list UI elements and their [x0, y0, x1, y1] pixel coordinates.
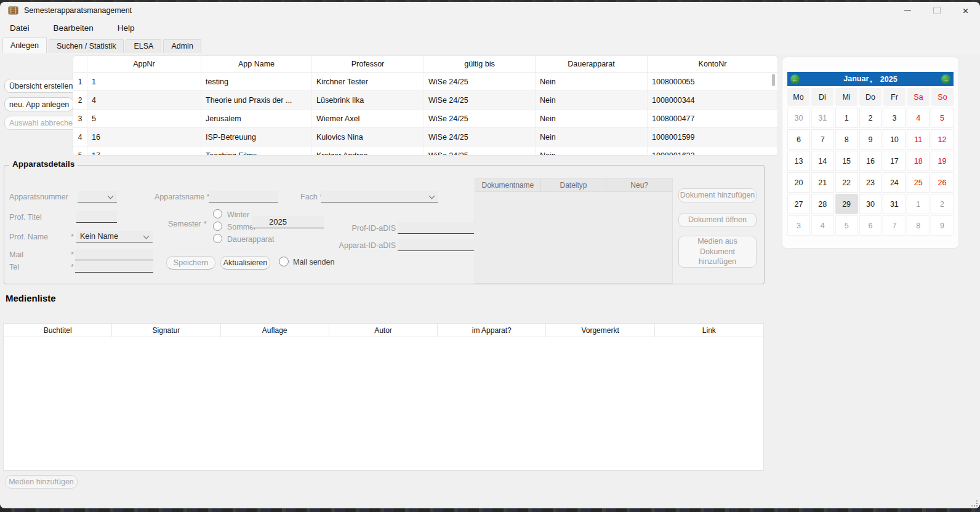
calendar-day[interactable]: 26	[931, 172, 954, 193]
column-header-gültig-bis[interactable]: gültig bis	[424, 56, 535, 72]
calendar-day[interactable]: 18	[907, 151, 930, 171]
tab-admin[interactable]: Admin	[163, 39, 201, 53]
calendar-title[interactable]: Januar 2025	[843, 74, 897, 84]
calendar-month[interactable]: Januar	[843, 74, 872, 84]
aktualisieren-button[interactable]: Aktualisieren	[220, 256, 270, 270]
table-row[interactable]: 517Teaching FilmsKratzer AndreaWiSe 24/2…	[73, 146, 777, 156]
calendar-day[interactable]: 7	[883, 215, 906, 236]
calendar-day[interactable]: 13	[787, 151, 810, 171]
table-row[interactable]: 35JerusalemWiemer AxelWiSe 24/25Nein1008…	[73, 110, 777, 128]
scrollbar-thumb[interactable]	[772, 74, 775, 86]
speichern-button[interactable]: Speichern	[166, 256, 215, 270]
calendar-day[interactable]: 28	[811, 194, 834, 214]
medien-hinzufuegen-button[interactable]: Medien hinzufügen	[5, 475, 78, 489]
calendar-day[interactable]: 2	[931, 194, 954, 214]
year-input[interactable]: 2025	[252, 216, 324, 228]
menu-item-datei[interactable]: Datei	[5, 21, 34, 35]
tab-suchen-statistik[interactable]: Suchen / Statistik	[49, 39, 124, 53]
tab-elsa[interactable]: ELSA	[126, 39, 161, 53]
mail-senden-radio[interactable]	[279, 257, 289, 266]
tab-anlegen[interactable]: Anlegen	[2, 38, 47, 53]
media-column-signatur[interactable]: Signatur	[112, 324, 220, 337]
calendar-day[interactable]: 29	[835, 194, 858, 214]
calendar-day[interactable]: 11	[907, 129, 930, 150]
calendar-day[interactable]: 17	[883, 151, 906, 171]
calendar-day[interactable]: 12	[931, 129, 954, 150]
calendar-day[interactable]: 8	[907, 215, 930, 236]
column-header-kontonr[interactable]: KontoNr	[647, 56, 777, 72]
calendar-day[interactable]: 27	[787, 194, 810, 214]
tel-input[interactable]	[75, 261, 153, 273]
calendar-day[interactable]: 3	[883, 108, 906, 128]
calendar-day[interactable]: 19	[931, 151, 954, 171]
fach-dropdown[interactable]	[321, 191, 438, 202]
calendar-day[interactable]: 10	[883, 129, 906, 150]
calendar-day[interactable]: 6	[859, 215, 882, 236]
calendar-day[interactable]: 30	[859, 194, 882, 214]
calendar-day[interactable]: 20	[787, 172, 810, 193]
calendar-next-icon[interactable]	[941, 74, 950, 84]
neu-app-anlegen-button[interactable]: neu. App anlegen	[4, 97, 74, 111]
apparat-id-adis-input[interactable]	[398, 239, 474, 251]
app-icon[interactable]	[7, 5, 18, 15]
close-button[interactable]	[951, 2, 980, 18]
calendar-day[interactable]: 5	[835, 215, 858, 236]
calendar-day[interactable]: 16	[859, 151, 882, 171]
calendar-day[interactable]: 25	[907, 172, 930, 193]
maximize-button[interactable]	[922, 2, 951, 18]
calendar-day[interactable]: 21	[811, 172, 834, 193]
calendar-prev-icon[interactable]	[790, 74, 800, 84]
prof-name-dropdown[interactable]: Kein Name	[76, 231, 153, 242]
calendar-day[interactable]: 15	[835, 151, 858, 171]
auswahl-abbrechen-button[interactable]: Auswahl abbrechen	[4, 116, 82, 130]
calendar-year[interactable]: 2025	[880, 75, 898, 84]
calendar-day[interactable]: 4	[907, 108, 930, 128]
calendar-day[interactable]: 31	[883, 194, 906, 214]
dokument-öffnen-button[interactable]: Dokument öffnen	[678, 213, 757, 227]
table-row[interactable]: 11testingKirchner TesterWiSe 24/25Nein10…	[73, 73, 777, 91]
column-header-appnr[interactable]: AppNr	[87, 56, 201, 72]
calendar-day[interactable]: 30	[787, 108, 810, 128]
medien-aus-dokument-hinzufügen-button[interactable]: Medien aus Dokument hinzufügen	[678, 236, 757, 268]
calendar-day[interactable]: 2	[859, 108, 882, 128]
column-header-app-name[interactable]: App Name	[201, 56, 311, 72]
media-column-vorgemerkt[interactable]: Vorgemerkt	[546, 324, 654, 337]
media-column-auflage[interactable]: Auflage	[221, 324, 329, 337]
sommer-radio[interactable]	[213, 222, 222, 231]
calendar-day[interactable]: 7	[811, 129, 834, 150]
übersicht-erstellen-button[interactable]: Übersicht erstellen	[4, 79, 78, 93]
table-row[interactable]: 416ISP-BetreuungKulovics NinaWiSe 24/25N…	[73, 128, 777, 146]
prof-titel-input[interactable]	[76, 211, 117, 223]
calendar-day[interactable]: 8	[835, 129, 858, 150]
dokument-hinzufügen-button[interactable]: Dokument hinzufügen	[678, 188, 757, 202]
minimize-button[interactable]	[893, 2, 922, 18]
mail-input[interactable]	[75, 249, 153, 260]
media-column-im-apparat[interactable]: im Apparat?	[438, 324, 546, 337]
calendar-day[interactable]: 9	[931, 215, 954, 236]
calendar-day[interactable]: 22	[835, 172, 858, 193]
calendar-day[interactable]: 31	[811, 108, 834, 128]
calendar-day[interactable]: 3	[787, 215, 810, 236]
calendar-day[interactable]: 5	[931, 108, 954, 128]
column-header-professor[interactable]: Professor	[311, 56, 424, 72]
calendar-day[interactable]: 1	[835, 108, 858, 128]
media-column-buchtitel[interactable]: Buchtitel	[4, 324, 112, 337]
calendar-day[interactable]: 14	[811, 151, 834, 171]
winter-radio[interactable]	[213, 209, 222, 218]
calendar-day[interactable]: 9	[859, 129, 882, 150]
menu-item-bearbeiten[interactable]: Bearbeiten	[49, 21, 98, 35]
calendar-day[interactable]: 24	[883, 172, 906, 193]
calendar-day[interactable]: 1	[907, 194, 930, 214]
calendar-day[interactable]: 6	[787, 129, 810, 150]
resize-grip[interactable]	[971, 500, 978, 507]
dauerapparat-radio[interactable]	[213, 234, 222, 243]
calendar-day[interactable]: 23	[859, 172, 882, 193]
media-column-link[interactable]: Link	[655, 324, 763, 337]
menu-item-help[interactable]: Help	[113, 21, 140, 35]
apparatsname-input[interactable]	[209, 191, 278, 202]
media-column-autor[interactable]: Autor	[329, 324, 438, 337]
column-header-dauerapparat[interactable]: Dauerapparat	[535, 56, 647, 72]
table-row[interactable]: 24Theorie und Praxis der ...Lüsebrink Il…	[73, 91, 777, 110]
apparatsnummer-dropdown[interactable]	[78, 191, 117, 202]
apps-table-scrollbar[interactable]	[771, 74, 776, 153]
